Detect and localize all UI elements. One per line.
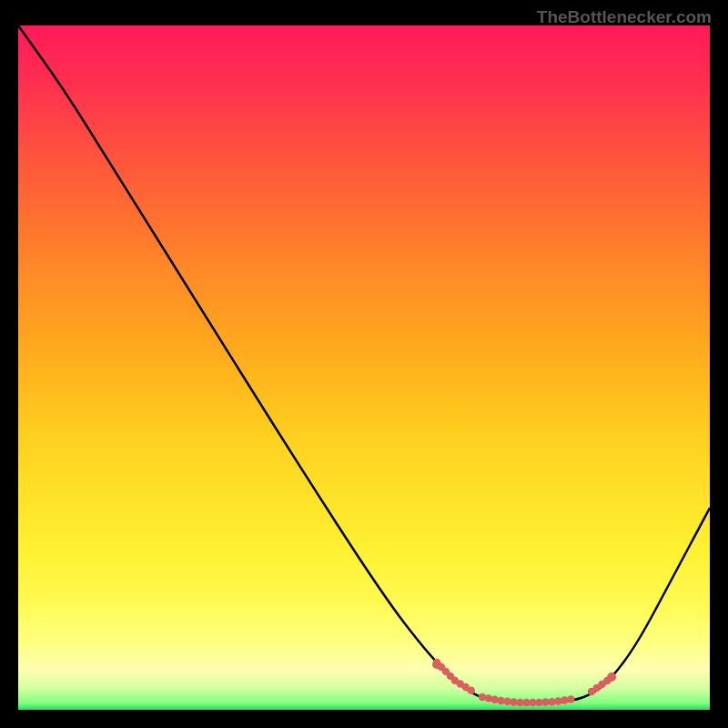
dot-marker (468, 686, 475, 693)
dot-marker (567, 695, 574, 703)
chart-svg (18, 25, 710, 710)
main-curve-path (18, 25, 710, 703)
dot-marker (607, 672, 616, 682)
watermark-text: TheBottlenecker.com (537, 7, 712, 27)
dot-markers-group (432, 659, 616, 706)
chart-container (18, 25, 710, 710)
dot-marker (432, 660, 441, 669)
